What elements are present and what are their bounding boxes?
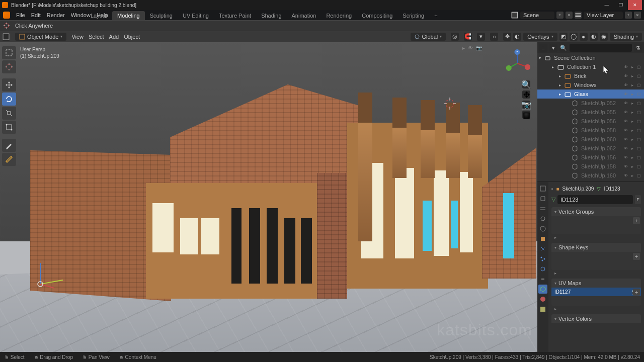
- new-scene-button[interactable]: +: [556, 12, 564, 19]
- delete-viewlayer-button[interactable]: ×: [634, 12, 641, 19]
- minimize-button[interactable]: —: [600, 0, 614, 10]
- scene-browse-icon[interactable]: [511, 12, 518, 19]
- tool-measure[interactable]: [2, 153, 16, 166]
- mode-dropdown[interactable]: Object Mode ▾: [15, 33, 66, 41]
- vp-menu-object[interactable]: Object: [124, 34, 140, 40]
- menu-edit[interactable]: Edit: [31, 12, 41, 18]
- ws-modeling[interactable]: Modeling: [112, 11, 145, 20]
- prop-tab-material[interactable]: [538, 295, 547, 304]
- vp-menu-add[interactable]: Add: [109, 34, 119, 40]
- close-button[interactable]: ✕: [628, 0, 642, 10]
- persp-ortho-icon[interactable]: ▦: [522, 111, 530, 119]
- mesh-name-input[interactable]: [557, 195, 633, 204]
- outliner-item[interactable]: SketchUp.156👁▸▢: [537, 153, 644, 162]
- prop-tab-viewlayer[interactable]: [538, 204, 547, 213]
- outliner-item[interactable]: SketchUp.160👁▸▢: [537, 171, 644, 180]
- tool-transform[interactable]: [2, 121, 16, 134]
- tool-rotate[interactable]: [2, 93, 16, 106]
- maximize-button[interactable]: ❐: [614, 0, 628, 10]
- editor-type-icon[interactable]: [2, 33, 10, 41]
- search-icon[interactable]: 🔍: [559, 44, 568, 52]
- proportional-icon[interactable]: ○: [490, 33, 498, 41]
- panel-vertex-colors-header[interactable]: Vertex Colors: [551, 314, 641, 323]
- outliner-search-input[interactable]: [570, 44, 632, 52]
- scene-name-input[interactable]: [520, 12, 554, 19]
- ws-rendering[interactable]: Rendering: [321, 11, 357, 20]
- ws-scripting[interactable]: Scripting: [397, 11, 429, 20]
- orientation-dropdown[interactable]: Global▾: [411, 33, 446, 41]
- snap-type-icon[interactable]: ▾: [477, 33, 485, 41]
- overlays-toggle-icon[interactable]: ◐: [513, 33, 521, 41]
- delete-scene-button[interactable]: ×: [566, 12, 573, 19]
- overlays-dropdown[interactable]: Overlays▾: [523, 33, 557, 41]
- prop-tab-modifiers[interactable]: [538, 244, 547, 253]
- prop-tab-mesh-data[interactable]: [538, 285, 547, 294]
- prop-tab-world[interactable]: [538, 224, 547, 233]
- filter-icon[interactable]: ⚗: [634, 44, 642, 52]
- prop-tab-physics[interactable]: [538, 264, 547, 274]
- panel-uvmaps-header[interactable]: UV Maps: [551, 279, 641, 288]
- outliner-item[interactable]: SketchUp.056👁▸▢: [537, 117, 644, 126]
- outliner-item[interactable]: SketchUp.062👁▸▢: [537, 144, 644, 153]
- shading-solid-icon[interactable]: ●: [580, 33, 588, 41]
- panel-shape-keys-header[interactable]: Shape Keys: [551, 243, 641, 252]
- nav-gizmo[interactable]: Z: [503, 49, 531, 77]
- outliner-item[interactable]: SketchUp.055👁▸▢: [537, 108, 644, 117]
- prop-tab-output[interactable]: [538, 194, 547, 203]
- add-sk-button[interactable]: +: [633, 253, 640, 260]
- prop-tab-render[interactable]: [538, 184, 547, 193]
- zoom-icon[interactable]: 🔍: [522, 80, 530, 88]
- ws-texturepaint[interactable]: Texture Paint: [214, 11, 256, 20]
- outliner-root[interactable]: ▾Scene Collection: [537, 53, 644, 62]
- add-vg-button[interactable]: +: [633, 217, 640, 224]
- outliner-item[interactable]: SketchUp.060👁▸▢: [537, 135, 644, 144]
- vp-menu-view[interactable]: View: [71, 34, 84, 40]
- shading-dropdown[interactable]: Shading▾: [610, 33, 642, 41]
- outliner-item[interactable]: SketchUp.058👁▸▢: [537, 126, 644, 135]
- prop-tab-texture[interactable]: [538, 305, 547, 314]
- restrict-select-icon[interactable]: ▸: [462, 45, 465, 51]
- viewlayer-browse-icon[interactable]: [575, 12, 582, 19]
- tool-move[interactable]: [2, 78, 16, 92]
- viewport[interactable]: User Persp (1) SketchUp.209 Z 🔍 ✥ 📷 ▦ ▸ …: [0, 42, 537, 352]
- outliner-item[interactable]: ▸Windows👁▸▢: [537, 80, 644, 89]
- pan-icon[interactable]: ✥: [522, 90, 530, 99]
- tool-scale[interactable]: [2, 107, 16, 120]
- camera-icon[interactable]: 📷: [522, 101, 530, 109]
- snap-toggle-icon[interactable]: 🧲: [464, 33, 472, 41]
- prop-tab-particles[interactable]: [538, 254, 547, 263]
- add-uvmap-button[interactable]: +: [633, 289, 640, 296]
- fake-user-button[interactable]: F: [635, 195, 641, 204]
- ws-shading[interactable]: Shading: [256, 11, 286, 20]
- outliner-item[interactable]: SketchUp.052👁▸▢: [537, 99, 644, 108]
- panel-vertex-groups-header[interactable]: Vertex Groups: [551, 207, 641, 216]
- outliner-tree[interactable]: ▾Scene Collection▸Collection 1👁▸▢▸Brick👁…: [537, 53, 644, 182]
- shading-rendered-icon[interactable]: ◉: [600, 33, 608, 41]
- ws-animation[interactable]: Animation: [287, 11, 321, 20]
- ws-sculpting[interactable]: Sculpting: [145, 11, 178, 20]
- tool-cursor[interactable]: [2, 60, 16, 73]
- prop-tab-scene[interactable]: [538, 214, 547, 223]
- outliner-display-icon[interactable]: ▾: [549, 44, 557, 52]
- pivot-icon[interactable]: ◎: [451, 33, 459, 41]
- shading-lookdev-icon[interactable]: ◐: [590, 33, 598, 41]
- restrict-viewport-icon[interactable]: 👁: [468, 45, 473, 51]
- vp-menu-select[interactable]: Select: [89, 34, 104, 40]
- ws-add-button[interactable]: +: [429, 11, 442, 20]
- ws-uvediting[interactable]: UV Editing: [178, 11, 214, 20]
- tool-select-box[interactable]: [2, 46, 16, 59]
- outliner-item[interactable]: SketchUp.158👁▸▢: [537, 162, 644, 171]
- uvmap-item[interactable]: ID1127📷: [551, 288, 641, 296]
- outliner-item[interactable]: ▸Glass👁▸▢: [537, 89, 644, 99]
- outliner-item[interactable]: ▸Brick👁▸▢: [537, 71, 644, 80]
- restrict-render-icon[interactable]: 📷: [476, 45, 482, 51]
- prop-tab-object[interactable]: [538, 234, 547, 243]
- outliner-editor-icon[interactable]: ≡: [539, 44, 547, 52]
- viewlayer-input[interactable]: [584, 12, 623, 19]
- tool-annotate[interactable]: [2, 139, 16, 152]
- menu-render[interactable]: Render: [47, 12, 65, 18]
- ws-layout[interactable]: Layout: [86, 11, 112, 20]
- outliner-item[interactable]: ▸Collection 1👁▸▢: [537, 62, 644, 71]
- menu-file[interactable]: File: [16, 12, 25, 18]
- prop-tab-constraints[interactable]: [538, 275, 547, 284]
